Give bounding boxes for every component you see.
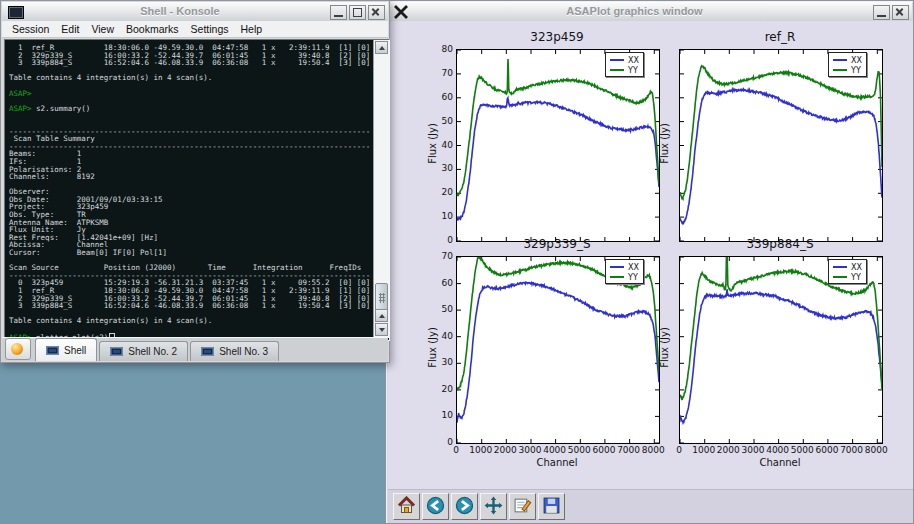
tab-shell-no-3[interactable]: Shell No. 3 bbox=[190, 341, 279, 361]
legend-label: YY bbox=[628, 273, 638, 282]
back-button[interactable] bbox=[422, 493, 449, 520]
plot-title-329p339-s: 329p339_S bbox=[467, 237, 647, 251]
tab-label: Shell bbox=[64, 345, 86, 356]
close-button[interactable] bbox=[892, 5, 909, 20]
terminal-line: Channels: 8192 bbox=[9, 173, 370, 181]
plot-title-339p884-s: 339p884_S bbox=[690, 237, 870, 251]
terminal-text: 1 ref_R 18:30:06.0 -49.59.30.0 04:47:58 … bbox=[9, 44, 370, 340]
tick-marks bbox=[680, 257, 882, 443]
legend-entry: XX bbox=[833, 55, 862, 65]
ytick-label: 0 bbox=[431, 235, 453, 245]
home-icon bbox=[397, 496, 416, 517]
konsole-menubar: SessionEditViewBookmarksSettingsHelp bbox=[2, 21, 388, 38]
legend-entry: YY bbox=[610, 65, 639, 75]
konsole-icon bbox=[8, 6, 24, 19]
legend-entry: YY bbox=[833, 65, 862, 75]
axes-329p339-s bbox=[456, 256, 660, 444]
legend-label: YY bbox=[851, 273, 861, 282]
axes-ref-r bbox=[679, 49, 883, 242]
terminal-line bbox=[9, 112, 370, 120]
minimize-button[interactable] bbox=[330, 5, 347, 20]
plot-toolbar bbox=[388, 489, 913, 523]
terminal-scrollbar[interactable] bbox=[373, 40, 389, 338]
terminal-line bbox=[9, 82, 370, 90]
legend-line-sample bbox=[610, 266, 624, 268]
menu-bookmarks[interactable]: Bookmarks bbox=[120, 22, 185, 36]
terminal-line bbox=[9, 325, 370, 333]
terminal-line: 3 339p884_S 16:52:04.6 -46.08.33.9 06:36… bbox=[9, 59, 370, 67]
ytick-label: 70 bbox=[431, 251, 453, 261]
forward-button[interactable] bbox=[451, 493, 478, 520]
legend-entry: YY bbox=[833, 272, 862, 282]
y-axis-label: Flux (Jy) bbox=[427, 308, 438, 388]
terminal-line: Cursor: Beam[0] IF[0] Pol[1] bbox=[9, 249, 370, 257]
y-axis-label: Flux (Jy) bbox=[659, 308, 670, 388]
scroll-up-button-bottom[interactable] bbox=[375, 309, 388, 322]
subplots-button[interactable] bbox=[509, 493, 536, 520]
tab-shell-no-2[interactable]: Shell No. 2 bbox=[99, 341, 188, 361]
save-button[interactable] bbox=[538, 493, 565, 520]
tab-label: Shell No. 3 bbox=[219, 346, 268, 357]
figure-area: 323p45901020304050607080Flux (Jy)XXYYref… bbox=[388, 21, 913, 523]
terminal-icon bbox=[110, 347, 123, 356]
terminal-line bbox=[9, 181, 370, 189]
x-axis-label: Channel bbox=[730, 457, 830, 468]
menu-help[interactable]: Help bbox=[235, 22, 269, 36]
konsole-window-buttons bbox=[330, 5, 385, 20]
plot-title-ref-r: ref_R bbox=[690, 30, 870, 44]
terminal-view[interactable]: 1 ref_R 18:30:06.0 -49.59.30.0 04:47:58 … bbox=[4, 39, 390, 341]
asaplot-window: ASAPlot graphics window 323p459010203040… bbox=[385, 0, 914, 524]
legend-label: YY bbox=[628, 66, 638, 75]
legend: XXYY bbox=[605, 259, 644, 284]
pan-button[interactable] bbox=[480, 493, 507, 520]
tick-marks bbox=[457, 257, 659, 443]
scroll-down-button[interactable] bbox=[375, 323, 388, 336]
home-button[interactable] bbox=[393, 493, 420, 520]
plot-title-323p459: 323p459 bbox=[467, 30, 647, 44]
maximize-button[interactable] bbox=[349, 5, 366, 20]
asaplot-window-buttons bbox=[873, 5, 909, 20]
tab-shell[interactable]: Shell bbox=[35, 338, 97, 361]
axes-339p884-s bbox=[679, 256, 883, 444]
legend-line-sample bbox=[833, 69, 847, 71]
back-icon bbox=[426, 496, 445, 518]
asaplot-titlebar[interactable]: ASAPlot graphics window bbox=[387, 2, 912, 22]
terminal-line: Table contains 4 integration(s) in 4 sca… bbox=[9, 74, 370, 82]
x-axis-label: Channel bbox=[507, 457, 607, 468]
konsole-window: Shell - Konsole SessionEditViewBookmarks… bbox=[0, 0, 390, 363]
legend-line-sample bbox=[833, 266, 847, 268]
legend-label: XX bbox=[628, 263, 639, 272]
menu-view[interactable]: View bbox=[85, 22, 120, 36]
series-xx bbox=[680, 89, 882, 224]
x11-icon bbox=[393, 4, 409, 20]
legend-line-sample bbox=[833, 276, 847, 278]
forward-icon bbox=[455, 496, 474, 518]
konsole-titlebar[interactable]: Shell - Konsole bbox=[2, 2, 388, 22]
minimize-button[interactable] bbox=[873, 5, 890, 20]
legend-entry: YY bbox=[610, 272, 639, 282]
menu-edit[interactable]: Edit bbox=[55, 22, 85, 36]
legend-label: YY bbox=[851, 66, 861, 75]
legend-entry: XX bbox=[833, 262, 862, 272]
legend-entry: XX bbox=[610, 262, 639, 272]
pan-icon bbox=[484, 496, 503, 518]
legend-line-sample bbox=[833, 59, 847, 61]
asaplot-window-title: ASAPlot graphics window bbox=[417, 5, 852, 17]
series-yy bbox=[457, 59, 659, 196]
ytick-label: 60 bbox=[431, 278, 453, 288]
save-icon bbox=[542, 496, 561, 518]
scroll-up-button[interactable] bbox=[375, 41, 388, 54]
terminal-line: 3 339p884_S 16:52:04.6 -46.08.33.9 06:36… bbox=[9, 302, 370, 310]
tick-marks bbox=[457, 50, 659, 241]
close-button[interactable] bbox=[368, 5, 385, 20]
new-session-button[interactable] bbox=[5, 338, 31, 360]
legend-line-sample bbox=[610, 59, 624, 61]
menu-session[interactable]: Session bbox=[6, 22, 55, 36]
terminal-icon bbox=[46, 346, 59, 355]
series-xx bbox=[680, 289, 882, 422]
legend-label: XX bbox=[851, 263, 862, 272]
menu-settings[interactable]: Settings bbox=[185, 22, 235, 36]
xtick-label: 8000 bbox=[861, 445, 891, 455]
konsole-tabbar: ShellShell No. 2Shell No. 3 bbox=[2, 337, 388, 361]
konsole-window-title: Shell - Konsole bbox=[32, 5, 328, 17]
